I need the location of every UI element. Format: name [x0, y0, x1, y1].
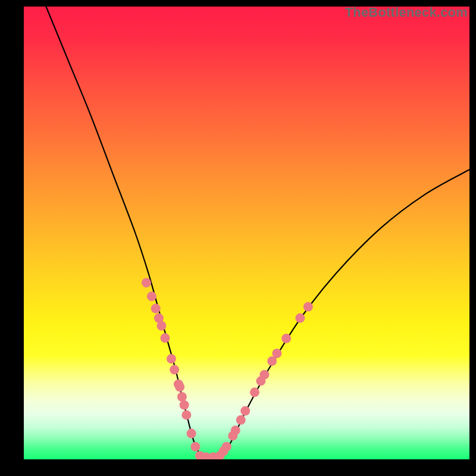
data-marker	[222, 442, 231, 452]
data-marker	[156, 321, 166, 331]
data-marker	[151, 304, 161, 314]
data-marker	[236, 415, 246, 425]
data-marker	[259, 370, 269, 380]
data-marker	[181, 410, 191, 419]
data-marker	[190, 442, 200, 452]
data-marker	[167, 354, 176, 364]
data-marker	[177, 392, 187, 402]
data-marker	[187, 429, 196, 439]
plot-area	[24, 7, 469, 459]
data-marker	[281, 334, 291, 343]
data-marker	[160, 333, 170, 343]
chart-root: TheBottleneck.com	[0, 0, 476, 476]
data-marker	[272, 349, 281, 358]
data-marker	[295, 314, 305, 323]
marker-group	[142, 278, 313, 459]
data-marker	[240, 406, 250, 416]
data-marker	[180, 400, 189, 410]
chart-svg	[24, 7, 469, 459]
data-marker	[250, 387, 259, 397]
data-marker	[231, 425, 240, 435]
data-marker	[170, 365, 179, 374]
watermark-text: TheBottleneck.com	[345, 5, 468, 20]
data-marker	[175, 382, 184, 392]
data-marker	[147, 292, 156, 301]
data-marker	[142, 278, 151, 287]
data-marker	[303, 302, 313, 312]
